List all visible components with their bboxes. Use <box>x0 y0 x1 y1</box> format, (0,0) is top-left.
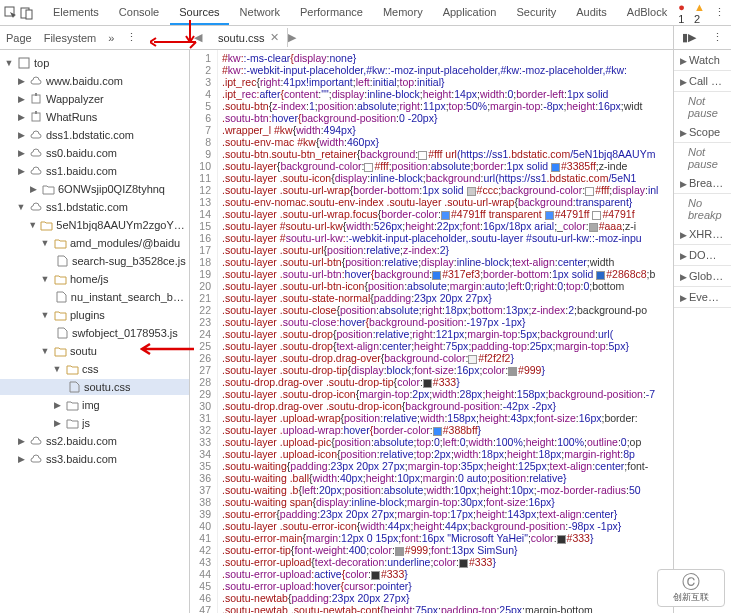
tree-node[interactable]: ▶js <box>0 415 189 431</box>
svg-rect-3 <box>19 58 29 68</box>
file-icon <box>55 254 69 268</box>
tree-label: dss1.bdstatic.com <box>46 129 134 141</box>
tree-node[interactable]: ▼ss1.bdstatic.com <box>0 199 189 215</box>
cloud-icon <box>17 56 31 70</box>
tree-node[interactable]: search-sug_b3528ce.js <box>0 253 189 269</box>
svg-rect-7 <box>35 111 37 114</box>
line-gutter: 1234567891011121314151617181920212223242… <box>190 50 218 613</box>
panel-tab-sources[interactable]: Sources <box>170 1 228 25</box>
debug-section[interactable]: ▶Global I <box>674 266 731 287</box>
tree-node[interactable]: ▶ss2.baidu.com <box>0 433 189 449</box>
debug-pause-msg: No breakp <box>674 194 731 224</box>
panel-tab-console[interactable]: Console <box>110 1 168 25</box>
file-icon <box>55 290 68 304</box>
cloud-icon <box>29 74 43 88</box>
debug-pause-msg: Not pause <box>674 92 731 122</box>
watermark-badge: ⓒ 创新互联 <box>657 569 725 607</box>
tree-node[interactable]: ▶ss1.baidu.com <box>0 163 189 179</box>
panel-tab-memory[interactable]: Memory <box>374 1 432 25</box>
tree-node[interactable]: ▶ss0.baidu.com <box>0 145 189 161</box>
tree-node[interactable]: ▶6ONWsjip0QIZ8tyhnq <box>0 181 189 197</box>
svg-rect-2 <box>26 10 32 19</box>
debug-section[interactable]: ▶DOM Bi <box>674 245 731 266</box>
tree-label: 5eN1bjq8AAUYm2zgoY3K/r/ <box>56 219 187 231</box>
folder-icon <box>65 398 79 412</box>
tree-node[interactable]: ▶www.baidu.com <box>0 73 189 89</box>
panel-tab-adblock[interactable]: AdBlock <box>618 1 676 25</box>
tree-label: top <box>34 57 49 69</box>
folder-icon <box>40 218 53 232</box>
warning-count[interactable]: ▲ 2 <box>694 1 709 25</box>
debug-section[interactable]: ▶Event Li <box>674 287 731 308</box>
tree-label: ss1.baidu.com <box>46 165 117 177</box>
tree-label: www.baidu.com <box>46 75 123 87</box>
panel-tab-security[interactable]: Security <box>507 1 565 25</box>
tree-label: ss3.baidu.com <box>46 453 117 465</box>
folder-icon <box>53 308 67 322</box>
panel-tab-elements[interactable]: Elements <box>44 1 108 25</box>
tree-node[interactable]: soutu.css <box>0 379 189 395</box>
more-tabs-icon[interactable]: » <box>108 32 114 44</box>
cloud-icon <box>29 200 43 214</box>
tree-label: amd_modules/@baidu <box>70 237 180 249</box>
tree-label: soutu.css <box>84 381 130 393</box>
close-file-icon[interactable]: ✕ <box>270 31 279 44</box>
device-icon[interactable] <box>20 4 34 22</box>
error-count[interactable]: ● 1 <box>678 1 690 25</box>
tree-label: js <box>82 417 90 429</box>
pause-icon[interactable]: ▮▶ <box>682 31 696 44</box>
debug-section[interactable]: ▶Scope <box>674 122 731 143</box>
tree-label: css <box>82 363 99 375</box>
page-tab[interactable]: Page <box>6 32 32 44</box>
tree-node[interactable]: swfobject_0178953.js <box>0 325 189 341</box>
tree-node[interactable]: ▼home/js <box>0 271 189 287</box>
tree-label: ss0.baidu.com <box>46 147 117 159</box>
settings-icon[interactable]: ⋮ <box>713 4 726 22</box>
source-editor[interactable]: 1234567891011121314151617181920212223242… <box>190 50 673 613</box>
tree-label: search-sug_b3528ce.js <box>72 255 186 267</box>
svg-rect-6 <box>32 113 40 121</box>
debug-section[interactable]: ▶Call Sta <box>674 71 731 92</box>
tree-node[interactable]: ▼5eN1bjq8AAUYm2zgoY3K/r/ <box>0 217 189 233</box>
source-content[interactable]: #kw::-ms-clear{display:none}#kw::-webkit… <box>218 50 673 613</box>
panel-tab-application[interactable]: Application <box>434 1 506 25</box>
panel-tab-performance[interactable]: Performance <box>291 1 372 25</box>
tree-node[interactable]: ▶img <box>0 397 189 413</box>
kebab-icon[interactable]: ⋮ <box>126 31 137 44</box>
debug-section[interactable]: ▶Watch <box>674 50 731 71</box>
prev-file-icon[interactable]: ◀ <box>194 31 210 44</box>
navigator-sidebar[interactable]: ▼top▶www.baidu.com▶Wappalyzer▶WhatRuns▶d… <box>0 50 190 613</box>
open-file-tab[interactable]: soutu.css ✕ <box>210 28 288 47</box>
tree-label: nu_instant_search_baaa5 <box>71 291 187 303</box>
folder-icon <box>41 182 55 196</box>
tree-label: plugins <box>70 309 105 321</box>
tree-node[interactable]: ▶Wappalyzer <box>0 91 189 107</box>
cloud-icon <box>29 434 43 448</box>
sources-subbar: Page Filesystem » ⋮ ◀ soutu.css ✕ ▶ ▮▶ ⋮ <box>0 26 731 50</box>
debug-section[interactable]: ▶XHR/fet <box>674 224 731 245</box>
inspect-icon[interactable] <box>4 4 18 22</box>
tree-node[interactable]: ▼plugins <box>0 307 189 323</box>
tree-label: 6ONWsjip0QIZ8tyhnq <box>58 183 165 195</box>
svg-rect-4 <box>32 95 40 103</box>
file-icon <box>55 326 69 340</box>
panel-tab-audits[interactable]: Audits <box>567 1 616 25</box>
next-file-icon[interactable]: ▶ <box>288 31 304 44</box>
panel-tab-network[interactable]: Network <box>231 1 289 25</box>
tree-node[interactable]: ▶dss1.bdstatic.com <box>0 127 189 143</box>
filesystem-tab[interactable]: Filesystem <box>44 32 97 44</box>
tree-node[interactable]: ▼soutu <box>0 343 189 359</box>
tree-node[interactable]: nu_instant_search_baaa5 <box>0 289 189 305</box>
open-file-name: soutu.css <box>218 32 264 44</box>
debug-section[interactable]: ▶Breakpo <box>674 173 731 194</box>
tree-label: img <box>82 399 100 411</box>
debug-pause-msg: Not pause <box>674 143 731 173</box>
debugger-menu-icon[interactable]: ⋮ <box>712 31 723 44</box>
folder-icon <box>53 272 67 286</box>
cloud-icon <box>29 164 43 178</box>
tree-node[interactable]: ▼amd_modules/@baidu <box>0 235 189 251</box>
tree-node[interactable]: ▼top <box>0 55 189 71</box>
tree-node[interactable]: ▼css <box>0 361 189 377</box>
tree-node[interactable]: ▶ss3.baidu.com <box>0 451 189 467</box>
tree-node[interactable]: ▶WhatRuns <box>0 109 189 125</box>
